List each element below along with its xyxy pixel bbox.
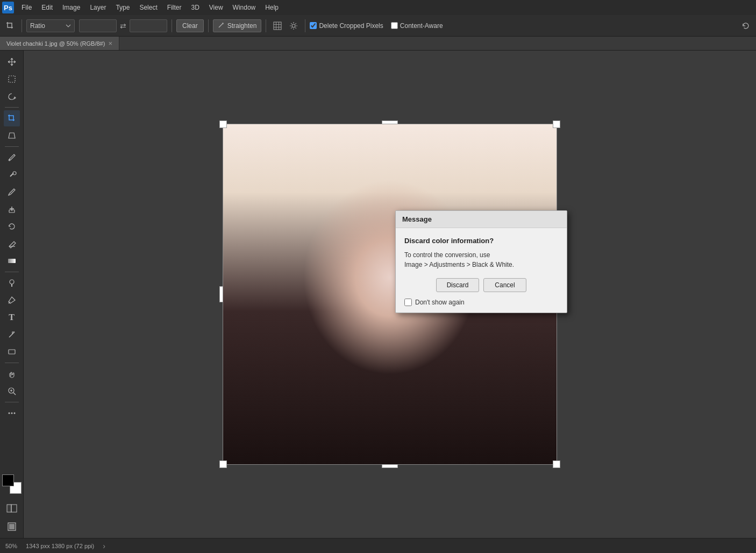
content-aware-checkbox-label[interactable]: Content-Aware xyxy=(391,22,443,30)
dialog-body: Discard color information? To control th… xyxy=(396,228,567,313)
menu-items: File Edit Image Layer Type Select Filter… xyxy=(17,2,283,13)
tool-perspective-crop[interactable] xyxy=(4,127,20,144)
dialog-overlay: Message Discard color information? To co… xyxy=(223,124,557,464)
menu-3d[interactable]: 3D xyxy=(187,2,203,13)
tool-shape[interactable] xyxy=(4,344,20,360)
tool-hand[interactable] xyxy=(4,366,20,382)
svg-rect-11 xyxy=(8,259,16,263)
undo-button[interactable] xyxy=(739,19,753,33)
settings-icon[interactable] xyxy=(287,19,301,33)
tool-stamp[interactable] xyxy=(4,201,20,217)
menu-view[interactable]: View xyxy=(205,2,227,13)
menu-layer[interactable]: Layer xyxy=(85,2,110,13)
message-dialog: Message Discard color information? To co… xyxy=(395,210,567,313)
dialog-buttons: Discard Cancel xyxy=(404,278,558,292)
menu-file[interactable]: File xyxy=(17,2,36,13)
svg-rect-23 xyxy=(7,505,11,512)
document-tab[interactable]: Violet chachki 1.jpg @ 50% (RGB/8#) × xyxy=(0,37,119,50)
dialog-message-title: Discard color information? xyxy=(404,237,558,245)
crop-handle-ml[interactable] xyxy=(219,286,223,302)
tool-more[interactable] xyxy=(4,405,20,421)
svg-point-22 xyxy=(13,413,15,414)
dialog-message-line1: To control the conversion, use xyxy=(404,251,490,259)
content-aware-label: Content-Aware xyxy=(400,22,443,30)
tool-crop[interactable] xyxy=(4,110,20,126)
tool-path-select[interactable] xyxy=(4,327,20,343)
tool-sep-3 xyxy=(5,272,19,272)
crop-handle-tc[interactable] xyxy=(382,120,398,124)
width-input[interactable] xyxy=(79,19,117,32)
crop-tool-icon xyxy=(3,19,17,33)
tool-sep-1 xyxy=(5,107,19,108)
ratio-dropdown[interactable]: Ratio xyxy=(26,19,75,32)
swap-icon[interactable]: ⇄ xyxy=(119,20,127,31)
tool-pen[interactable] xyxy=(4,292,20,308)
main-area: T xyxy=(0,51,756,538)
dialog-message-line2: Image > Adjustments > Black & White. xyxy=(404,261,514,268)
tabbar: Violet chachki 1.jpg @ 50% (RGB/8#) × xyxy=(0,37,756,51)
tool-gradient[interactable] xyxy=(4,253,20,269)
clear-button[interactable]: Clear xyxy=(176,19,204,32)
delete-cropped-checkbox[interactable] xyxy=(310,22,317,29)
tool-text[interactable]: T xyxy=(4,309,20,325)
dont-show-label: Don't show again xyxy=(415,299,465,306)
menu-edit[interactable]: Edit xyxy=(37,2,57,13)
dont-show-checkbox[interactable] xyxy=(404,299,412,306)
svg-rect-15 xyxy=(9,350,15,354)
tool-quick-mask[interactable] xyxy=(4,500,20,516)
tool-brush[interactable] xyxy=(4,184,20,200)
tool-sep-5 xyxy=(5,402,19,402)
delete-cropped-checkbox-label[interactable]: Delete Cropped Pixels xyxy=(310,22,383,30)
status-nav-arrow[interactable]: › xyxy=(103,542,105,550)
tool-eyedropper[interactable] xyxy=(4,150,20,166)
menu-select[interactable]: Select xyxy=(135,2,161,13)
menu-image[interactable]: Image xyxy=(58,2,84,13)
tab-title: Violet chachki 1.jpg @ 50% (RGB/8#) xyxy=(6,40,105,47)
content-aware-checkbox[interactable] xyxy=(391,22,398,29)
tool-screen-mode[interactable] xyxy=(4,519,20,535)
svg-point-20 xyxy=(8,413,10,414)
sep3 xyxy=(208,19,209,32)
ratio-label: Ratio xyxy=(30,22,45,30)
zoom-level: 50% xyxy=(5,543,17,549)
svg-line-17 xyxy=(13,393,16,395)
menu-type[interactable]: Type xyxy=(111,2,134,13)
tool-sep-4 xyxy=(5,363,19,363)
menu-window[interactable]: Window xyxy=(229,2,260,13)
delete-cropped-label: Delete Cropped Pixels xyxy=(319,22,383,30)
straighten-label: Straighten xyxy=(227,22,257,30)
discard-button[interactable]: Discard xyxy=(436,278,479,292)
cancel-button[interactable]: Cancel xyxy=(483,278,526,292)
grid-overlay-icon[interactable] xyxy=(270,19,284,33)
height-input[interactable] xyxy=(130,19,167,32)
menu-filter[interactable]: Filter xyxy=(163,2,186,13)
tab-close-icon[interactable]: × xyxy=(108,40,112,47)
menu-help[interactable]: Help xyxy=(261,2,283,13)
dialog-message-text: To control the conversion, use Image > A… xyxy=(404,250,558,270)
crop-container: Message Discard color information? To co… xyxy=(223,124,557,465)
tool-zoom[interactable] xyxy=(4,383,20,399)
sep2 xyxy=(172,19,172,32)
straighten-button[interactable]: Straighten xyxy=(213,19,262,32)
sep4 xyxy=(266,19,266,32)
left-toolbar: T xyxy=(0,51,24,538)
tool-eraser[interactable] xyxy=(4,236,20,252)
svg-rect-24 xyxy=(11,505,17,512)
svg-rect-6 xyxy=(9,76,15,82)
tool-lasso[interactable] xyxy=(4,88,20,104)
tool-history-brush[interactable] xyxy=(4,218,20,235)
foreground-color-swatch[interactable] xyxy=(2,474,14,486)
tool-move[interactable] xyxy=(4,54,20,70)
tool-healing[interactable] xyxy=(4,167,20,183)
color-swatches[interactable] xyxy=(2,474,22,494)
svg-point-12 xyxy=(10,280,14,284)
crop-handle-bc[interactable] xyxy=(382,464,398,468)
svg-rect-26 xyxy=(9,524,15,529)
options-toolbar: Ratio ⇄ Clear Straighten Delete xyxy=(0,15,756,37)
statusbar: 50% 1343 pxx 1380 px (72 ppi) › xyxy=(0,538,756,553)
menubar: Ps File Edit Image Layer Type Select Fil… xyxy=(0,0,756,15)
tool-marquee[interactable] xyxy=(4,71,20,87)
image-info: 1343 pxx 1380 px (72 ppi) xyxy=(26,543,94,549)
tool-dodge[interactable] xyxy=(4,275,20,291)
dialog-title: Message xyxy=(396,211,567,228)
